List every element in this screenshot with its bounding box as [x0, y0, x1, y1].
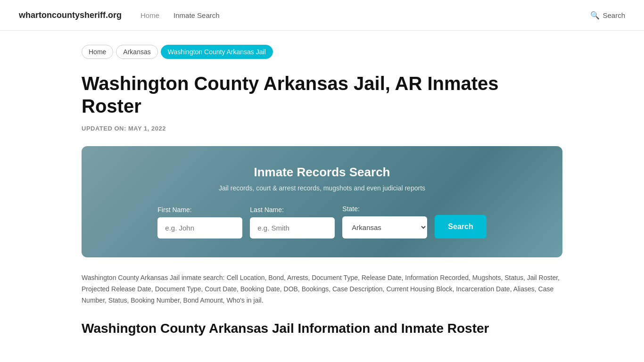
- search-box: Inmate Records Search Jail records, cour…: [82, 146, 562, 257]
- first-name-group: First Name:: [157, 206, 242, 239]
- last-name-input[interactable]: [250, 217, 335, 239]
- main-content: Home Arkansas Washington County Arkansas…: [63, 31, 581, 352]
- search-icon: 🔍: [590, 11, 600, 20]
- site-logo[interactable]: whartoncountysheriff.org: [19, 10, 122, 20]
- breadcrumb-current[interactable]: Washington County Arkansas Jail: [161, 45, 273, 59]
- search-box-title: Inmate Records Search: [105, 165, 539, 180]
- last-name-group: Last Name:: [250, 206, 335, 239]
- state-select[interactable]: AlabamaAlaskaArizonaArkansasCaliforniaCo…: [342, 216, 427, 239]
- breadcrumb-home[interactable]: Home: [82, 45, 113, 59]
- search-form: First Name: Last Name: State: AlabamaAla…: [105, 205, 539, 239]
- nav-inmate-search[interactable]: Inmate Search: [173, 11, 220, 19]
- state-group: State: AlabamaAlaskaArizonaArkansasCalif…: [342, 205, 427, 239]
- last-name-label: Last Name:: [250, 206, 335, 214]
- breadcrumb-arkansas[interactable]: Arkansas: [116, 45, 157, 59]
- header-search[interactable]: 🔍 Search: [590, 11, 625, 20]
- header-search-label: Search: [603, 11, 625, 19]
- description-text: Washington County Arkansas Jail inmate s…: [82, 272, 562, 306]
- main-nav: Home Inmate Search: [140, 11, 590, 19]
- updated-prefix: UPDATED ON:: [82, 125, 126, 132]
- search-button[interactable]: Search: [435, 215, 486, 239]
- search-box-subtitle: Jail records, court & arrest records, mu…: [105, 184, 539, 192]
- updated-date: MAY 1, 2022: [128, 125, 166, 132]
- breadcrumb: Home Arkansas Washington County Arkansas…: [82, 45, 562, 59]
- updated-label: UPDATED ON: MAY 1, 2022: [82, 125, 562, 132]
- first-name-input[interactable]: [157, 217, 242, 239]
- site-header: whartoncountysheriff.org Home Inmate Sea…: [0, 0, 644, 31]
- section-title: Washington County Arkansas Jail Informat…: [82, 320, 562, 337]
- state-label: State:: [342, 205, 427, 213]
- page-title: Washington County Arkansas Jail, AR Inma…: [82, 72, 562, 117]
- first-name-label: First Name:: [157, 206, 242, 214]
- nav-home[interactable]: Home: [140, 11, 159, 19]
